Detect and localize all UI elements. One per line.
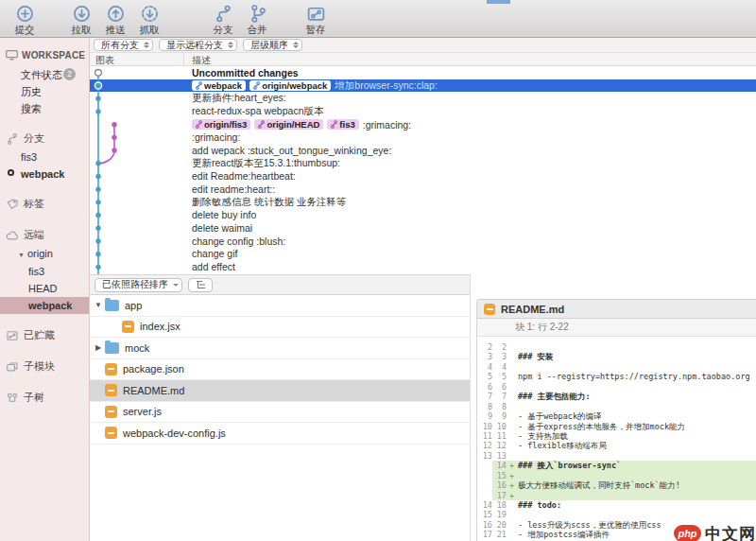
diff-sign <box>507 392 516 401</box>
commit-row[interactable]: origin/fis3origin/HEADfis3:grimacing: <box>90 118 756 131</box>
old-line-number: 3 <box>477 352 492 361</box>
order-filter-dropdown[interactable]: 层级顺序 <box>243 39 302 51</box>
file-name: server.js <box>123 406 162 417</box>
sidebar-section: 标签 <box>0 194 89 214</box>
disclosure-closed-icon[interactable]: ▶ <box>94 343 103 352</box>
file-name: webpack-dev-config.js <box>123 428 226 439</box>
branch-badge[interactable]: origin/HEAD <box>254 119 323 130</box>
sidebar-section-header[interactable]: 标签 <box>0 194 89 214</box>
commit-row[interactable]: change gif <box>90 248 756 261</box>
commit-row[interactable]: 更新插件:heart_eyes: <box>90 92 756 105</box>
commit-row[interactable]: delete waimai <box>90 221 756 235</box>
toolbar-button-stash[interactable]: 暂存 <box>299 3 333 37</box>
commit-row[interactable]: change config :blush: <box>90 235 756 248</box>
commit-list-header: 图表 描述 <box>90 53 756 66</box>
sidebar-item-origin[interactable]: ▼origin <box>0 245 89 263</box>
disclosure-open-icon[interactable]: ▼ <box>18 252 25 258</box>
sidebar-item-search[interactable]: 搜索 <box>0 100 89 117</box>
diff-line: 44 <box>477 362 756 372</box>
branch-badge[interactable]: fis3 <box>327 119 358 130</box>
commit-row[interactable]: add wepack :stuck_out_tongue_winking_eye… <box>90 144 756 157</box>
sidebar-section: 子树 <box>0 388 89 408</box>
sidebar-item-head[interactable]: HEAD <box>0 280 89 297</box>
file-row[interactable]: webpack-dev-config.js <box>90 423 470 445</box>
tree-view-toggle-button[interactable] <box>188 278 213 292</box>
file-row[interactable]: ▶mock <box>90 338 470 359</box>
commit-row[interactable]: webpackorigin/webpack增加browser-sync:clap… <box>90 79 756 93</box>
commit-row[interactable]: Uncommitted changes <box>90 66 756 79</box>
hunk-label: 块 1: 行 2-22 <box>515 321 569 334</box>
sidebar-section-header[interactable]: 子模块 <box>0 357 89 376</box>
commit-message: :grimacing: <box>192 131 240 143</box>
toolbar-button-push[interactable]: 推送 <box>98 3 132 37</box>
sidebar-item-fis3[interactable]: fis3 <box>0 148 89 166</box>
app-window: 提交拉取推送抓取分支合并暂存 WORKSPACE 文件状态2历史搜索 分支fis… <box>0 0 756 541</box>
tag-icon <box>5 198 19 211</box>
diff-text: - less升级为scss，更优雅的使用css <box>516 520 662 530</box>
commit-message: delete buy info <box>192 209 256 220</box>
sidebar-section-label: 子模块 <box>24 359 55 374</box>
sidebar-item-file-status[interactable]: 文件状态2 <box>0 66 89 83</box>
branch-badge[interactable]: origin/webpack <box>249 80 331 91</box>
description-column-header: 描述 <box>184 53 756 65</box>
sidebar-section-header[interactable]: 分支 <box>0 129 89 148</box>
remote-filter-dropdown[interactable]: 显示远程分支 <box>159 39 237 51</box>
diff-text: npm i --registry=https://registry.npm.ta… <box>516 372 750 381</box>
sidebar-item-fis3[interactable]: fis3 <box>0 263 89 280</box>
branch-badge[interactable]: origin/fis3 <box>192 119 250 130</box>
branch-icon <box>214 3 233 24</box>
sidebar-item-label: 历史 <box>21 86 42 97</box>
toolbar-button-fetch[interactable]: 抓取 <box>132 3 166 37</box>
diff-sign <box>507 402 516 411</box>
old-line-number: 16 <box>477 520 492 530</box>
toolbar-button-branch[interactable]: 分支 <box>206 3 240 37</box>
file-row[interactable]: package.json <box>90 359 470 381</box>
modified-file-icon <box>105 427 117 439</box>
monitor-icon <box>6 50 18 61</box>
diff-sign <box>507 382 516 392</box>
toolbar-button-pull[interactable]: 拉取 <box>64 3 98 37</box>
commit-row[interactable]: delete buy info <box>90 209 756 222</box>
diff-line: 1313 <box>477 451 756 461</box>
branch-badge-label: origin/fis3 <box>204 119 247 130</box>
sort-order-dropdown[interactable]: 已依照路径排序 <box>94 278 182 292</box>
commit-row[interactable]: 删除敏感信息 统计数据 业务注释等 <box>90 196 756 209</box>
file-row[interactable]: ▼app <box>90 295 470 317</box>
new-line-number: 18 <box>492 500 507 510</box>
sidebar-item-webpack[interactable]: webpack <box>0 297 89 314</box>
branch-badge-label: origin/HEAD <box>266 119 319 130</box>
commit-row[interactable]: edit readme:heart:: <box>90 183 756 196</box>
sidebar-section-header[interactable]: 已贮藏 <box>0 325 89 345</box>
merge-icon <box>248 3 267 24</box>
hunk-header: 块 1: 行 2-22 <box>477 319 756 337</box>
old-line-number: 9 <box>477 411 492 421</box>
disclosure-open-icon[interactable]: ▼ <box>94 301 103 309</box>
toolbar-button-merge[interactable]: 合并 <box>240 3 274 37</box>
file-row[interactable]: server.js <box>90 402 470 424</box>
sidebar-item-webpack[interactable]: webpack <box>0 166 89 183</box>
commit-row[interactable]: add effect <box>90 260 756 273</box>
commit-row[interactable]: edit Readme:heartbeat: <box>90 170 756 183</box>
file-row[interactable]: index.jsx <box>90 317 470 339</box>
diff-line: 1111- 支持热加载 <box>477 431 756 441</box>
watermark: php 中文网 <box>672 523 756 541</box>
branch-filter-dropdown[interactable]: 所有分支 <box>94 39 153 51</box>
commit-row[interactable]: react-redux-spa webpacn版本 <box>90 105 756 118</box>
branch-badge[interactable]: webpack <box>192 80 246 91</box>
diff-line: 22 <box>477 342 756 352</box>
sidebar-section-header[interactable]: 子树 <box>0 388 89 408</box>
toolbar-button-commit[interactable]: 提交 <box>8 3 42 37</box>
diff-sign <box>507 441 516 450</box>
sidebar-section-header[interactable]: 远端 <box>0 225 89 245</box>
file-name: README.md <box>123 385 184 396</box>
sidebar-item-history[interactable]: 历史 <box>0 83 89 100</box>
folder-icon <box>105 300 119 311</box>
commit-row[interactable]: 更新react版本至15.3.1:thumbsup: <box>90 157 756 170</box>
commit-row[interactable]: :grimacing: <box>90 131 756 144</box>
old-line-number <box>477 461 492 470</box>
commit-message: edit readme:heart:: <box>192 183 275 195</box>
file-row[interactable]: README.md <box>90 380 470 402</box>
commit-icon <box>15 3 35 24</box>
new-line-number: 11 <box>492 431 507 441</box>
sidebar-item-label: fis3 <box>28 266 44 277</box>
